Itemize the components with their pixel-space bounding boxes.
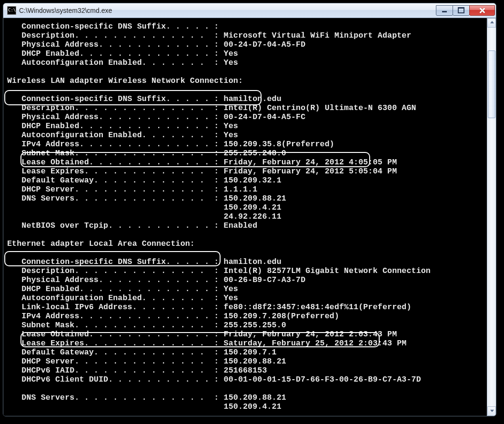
- minimize-button[interactable]: [436, 5, 453, 16]
- maximize-button[interactable]: [453, 5, 470, 16]
- highlight-box: [4, 90, 262, 105]
- command-prompt-window: C:\ C:\Windows\system32\cmd.exe Connecti…: [3, 3, 496, 416]
- terminal-output[interactable]: Connection-specific DNS Suffix. . . . . …: [3, 18, 487, 416]
- titlebar[interactable]: C:\ C:\Windows\system32\cmd.exe: [3, 3, 496, 18]
- scroll-thumb[interactable]: [488, 50, 495, 118]
- vertical-scrollbar[interactable]: [487, 18, 496, 416]
- highlight-box: [4, 251, 221, 266]
- window-buttons: [436, 6, 495, 16]
- highlight-box: [20, 332, 380, 347]
- cmd-icon[interactable]: C:\: [7, 6, 16, 15]
- scroll-down-button[interactable]: [487, 406, 496, 416]
- close-button[interactable]: [469, 5, 495, 16]
- client-area: Connection-specific DNS Suffix. . . . . …: [3, 18, 496, 416]
- highlight-box: [20, 152, 370, 167]
- window-title: C:\Windows\system32\cmd.exe: [19, 7, 436, 14]
- scroll-up-button[interactable]: [487, 18, 496, 28]
